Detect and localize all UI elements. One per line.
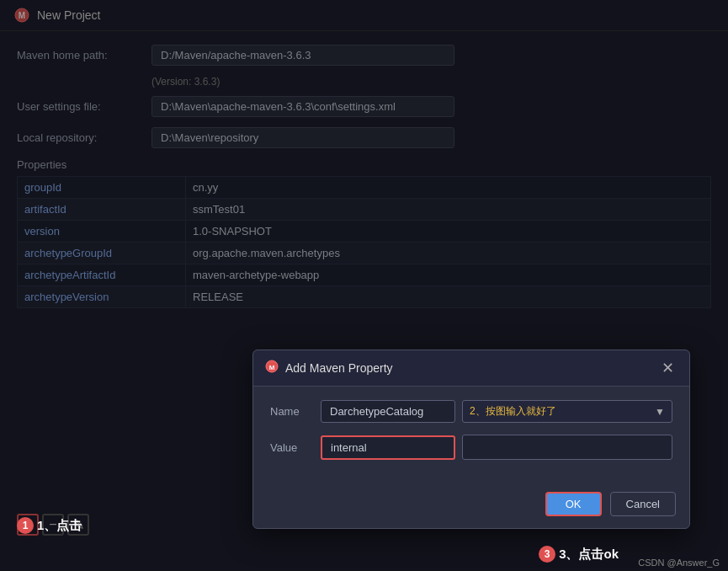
- dialog-name-row: Name 2、按图输入就好了 ▼: [270, 400, 672, 423]
- dialog-title: Add Maven Property: [285, 361, 393, 375]
- chevron-down-icon: ▼: [655, 406, 665, 418]
- step3-number: 3: [539, 546, 555, 563]
- step1-number: 1: [17, 517, 34, 534]
- dropdown-annotation[interactable]: 2、按图输入就好了 ▼: [462, 400, 672, 423]
- ok-button[interactable]: OK: [545, 492, 602, 516]
- dialog-title-row: M Add Maven Property: [265, 360, 393, 376]
- step3-text: 3、点击ok: [559, 547, 619, 563]
- dialog-name-input[interactable]: [321, 400, 455, 423]
- step1-text: 1、点击: [37, 518, 82, 534]
- dialog-value-label: Value: [270, 441, 321, 454]
- svg-text:M: M: [269, 364, 275, 371]
- dialog-value-row: Value: [270, 435, 672, 460]
- step3-annotation: 3 3、点击ok: [539, 546, 619, 563]
- cancel-button[interactable]: Cancel: [610, 492, 676, 516]
- dropdown-annotation-text: 2、按图输入就好了: [470, 404, 556, 419]
- dialog-close-button[interactable]: ✕: [658, 359, 678, 377]
- step1-annotation: 1 1、点击: [17, 517, 82, 534]
- dialog-dropdown-area: 2、按图输入就好了 ▼: [462, 400, 672, 423]
- dialog-value-right-empty: [462, 435, 672, 460]
- add-maven-property-dialog: M Add Maven Property ✕ Name 2、按图输入就好了 ▼ …: [252, 350, 690, 529]
- dialog-header: M Add Maven Property ✕: [253, 350, 689, 387]
- dialog-footer: OK Cancel: [253, 485, 689, 528]
- dialog-value-input[interactable]: [321, 435, 455, 460]
- dialog-icon: M: [265, 360, 279, 376]
- csdn-credit: CSDN @Answer_G: [638, 558, 720, 568]
- dialog-name-label: Name: [270, 405, 321, 418]
- dialog-body: Name 2、按图输入就好了 ▼ Value: [253, 387, 689, 485]
